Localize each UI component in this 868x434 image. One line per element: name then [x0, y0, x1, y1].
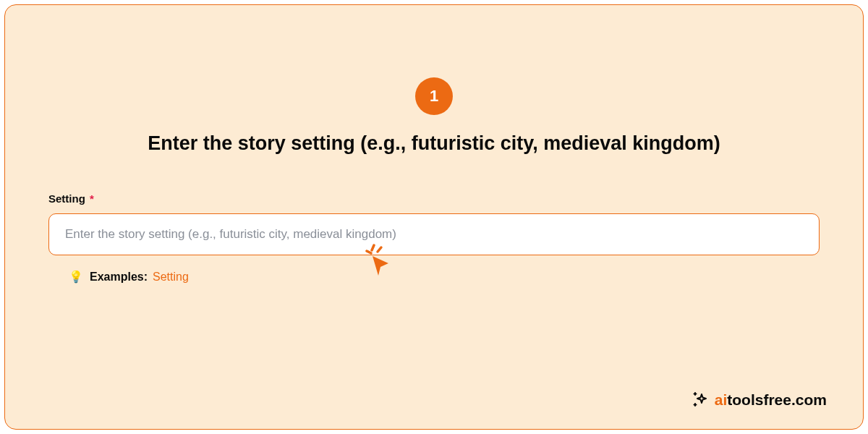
sparkle-icon: [692, 391, 709, 409]
step-heading: Enter the story setting (e.g., futuristi…: [48, 132, 820, 155]
field-label-row: Setting *: [48, 192, 820, 205]
required-asterisk: *: [90, 192, 94, 205]
field-label: Setting: [48, 192, 85, 205]
step-badge: 1: [415, 77, 453, 115]
setting-input[interactable]: [48, 213, 820, 255]
bulb-icon: 💡: [69, 270, 83, 284]
brand-logo: aitoolsfree.com: [692, 391, 827, 409]
form-card: 1 Enter the story setting (e.g., futuris…: [4, 4, 864, 430]
examples-label: Examples:: [90, 271, 148, 284]
brand-suffix: toolsfree.com: [727, 391, 827, 408]
brand-text: aitoolsfree.com: [715, 391, 827, 409]
step-number: 1: [430, 87, 438, 106]
examples-link[interactable]: Setting: [153, 271, 189, 284]
brand-prefix: ai: [715, 391, 728, 408]
examples-row: 💡 Examples: Setting: [69, 270, 820, 284]
